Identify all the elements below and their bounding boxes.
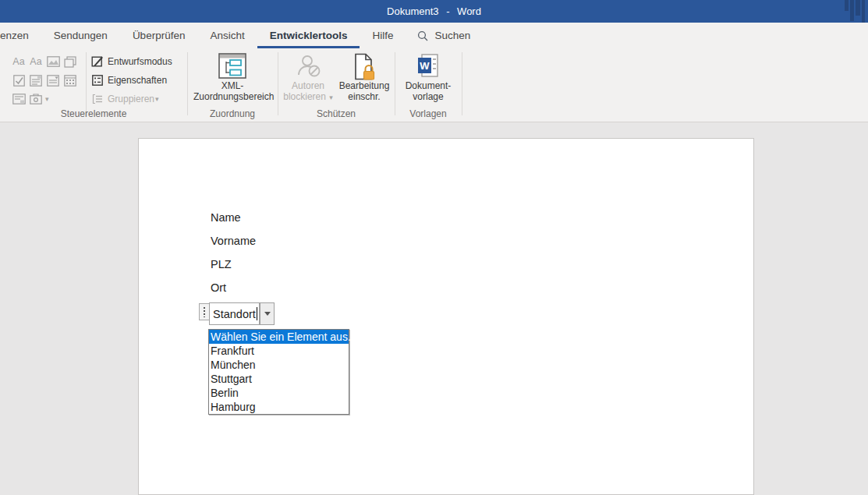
xml-mapping-pane-icon — [218, 53, 246, 79]
document-template-label-line1: Dokument- — [399, 80, 458, 91]
group-button[interactable]: Gruppieren ▾ — [90, 90, 172, 108]
xml-mapping-pane-button[interactable]: XML- Zuordnungsbereich — [193, 51, 271, 102]
ribbon: Aa Aa — [0, 48, 868, 122]
ribbon-tab-row: enzen Sendungen Überprüfen Ansicht Entwi… — [0, 23, 868, 48]
dropdown-list-control-icon[interactable] — [44, 72, 62, 88]
titlebar-artifact — [856, 0, 860, 16]
search-label: Suchen — [435, 30, 471, 41]
form-label-vorname: Vorname — [211, 235, 256, 247]
titlebar-artifact — [845, 0, 849, 11]
date-picker-control-icon[interactable] — [62, 72, 79, 88]
checkbox-control-icon[interactable] — [10, 72, 27, 88]
properties-icon — [90, 74, 105, 87]
legacy-tools-icon[interactable] — [10, 91, 27, 107]
xml-mapping-label-line1: XML- — [193, 80, 271, 91]
form-label-plz: PLZ — [211, 258, 232, 270]
group-icon — [90, 93, 105, 105]
search-box[interactable]: Suchen — [417, 23, 471, 48]
rich-text-control-icon[interactable]: Aa — [10, 54, 27, 69]
block-authors-label-line2: blockieren — [283, 91, 326, 102]
text-cursor — [257, 307, 257, 320]
chevron-down-icon[interactable]: ▾ — [45, 95, 49, 103]
restrict-editing-icon — [352, 53, 377, 81]
group-divider — [462, 52, 462, 115]
design-mode-icon — [90, 55, 105, 68]
titlebar-artifact — [862, 0, 865, 23]
dropdown-option[interactable]: Wählen Sie ein Element aus. — [209, 330, 349, 344]
window-title: Dokument3 - Word — [0, 0, 868, 23]
dropdown-value: Standort — [213, 308, 256, 320]
content-control-handle[interactable] — [199, 303, 210, 320]
tab-sendungen[interactable]: Sendungen — [41, 23, 120, 48]
dropdown-option[interactable]: Berlin — [209, 386, 349, 400]
group-label-schuetzen: Schützen — [278, 108, 395, 119]
legacy-forms-icon[interactable] — [27, 91, 44, 107]
chevron-down-icon — [264, 312, 271, 316]
picture-control-icon[interactable] — [44, 54, 62, 69]
svg-text:W: W — [420, 60, 430, 72]
tab-referenzen[interactable]: enzen — [0, 23, 41, 48]
block-authors-icon — [293, 53, 323, 80]
form-label-name: Name — [211, 211, 241, 224]
properties-label: Eigenschaften — [108, 75, 167, 86]
restrict-editing-button[interactable]: Bearbeitung einschr. — [337, 51, 391, 102]
title-bar: Dokument3 - Word — [0, 0, 868, 23]
titlebar-artifact — [850, 0, 854, 21]
group-schuetzen: Autoren blockieren ▾ Bearbeitung einschr — [278, 48, 395, 122]
building-block-gallery-icon[interactable] — [62, 54, 79, 69]
tab-entwicklertools[interactable]: Entwicklertools — [257, 23, 360, 48]
document-page[interactable]: Name Vorname PLZ Ort Standort Wählen Sie… — [138, 138, 754, 495]
chevron-down-icon: ▾ — [155, 95, 159, 103]
plain-text-control-icon[interactable]: Aa — [27, 54, 44, 69]
dropdown-option[interactable]: Hamburg — [209, 400, 349, 414]
word-window: Dokument3 - Word enzen Sendungen Überprü… — [0, 0, 868, 495]
group-steuerelemente: Aa Aa — [0, 48, 187, 122]
combo-box-control-icon[interactable] — [27, 72, 44, 88]
dropdown-option[interactable]: Frankfurt — [209, 344, 349, 358]
block-authors-label-line1: Autoren — [282, 80, 334, 91]
dropdown-option[interactable]: Stuttgart — [209, 372, 349, 386]
group-zuordnung: XML- Zuordnungsbereich Zuordnung — [187, 48, 278, 122]
group-label-vorlagen: Vorlagen — [395, 108, 462, 119]
dropdown-content-control[interactable]: Standort — [209, 302, 260, 325]
drag-dots-icon — [204, 307, 205, 317]
content-control-buttons: Aa Aa — [10, 52, 85, 108]
restrict-editing-label-line2: einschr. — [337, 91, 391, 102]
tab-hilfe[interactable]: Hilfe — [360, 23, 406, 48]
design-mode-label: Entwurfsmodus — [108, 56, 172, 67]
group-vorlagen: W Dokument- vorlage Vorlagen — [395, 48, 462, 122]
chevron-down-icon: ▾ — [329, 94, 333, 101]
xml-mapping-label-line2: Zuordnungsbereich — [193, 91, 271, 102]
tab-ueberpruefen[interactable]: Überprüfen — [120, 23, 198, 48]
form-label-ort: Ort — [211, 281, 226, 294]
group-label-steuerelemente: Steuerelemente — [0, 108, 187, 119]
divider — [86, 52, 87, 115]
restrict-editing-label-line1: Bearbeitung — [337, 80, 391, 91]
document-template-label-line2: vorlage — [399, 91, 458, 102]
search-icon — [417, 30, 428, 41]
design-mode-button[interactable]: Entwurfsmodus — [90, 52, 172, 71]
document-template-icon: W — [415, 53, 441, 80]
dropdown-option-list: Wählen Sie ein Element aus. Frankfurt Mü… — [208, 329, 349, 415]
dropdown-option[interactable]: München — [209, 358, 349, 372]
tab-ansicht[interactable]: Ansicht — [197, 23, 257, 48]
block-authors-button[interactable]: Autoren blockieren ▾ — [282, 51, 334, 103]
group-label-zuordnung: Zuordnung — [187, 108, 278, 119]
document-template-button[interactable]: W Dokument- vorlage — [399, 51, 458, 102]
group-label: Gruppieren — [108, 94, 154, 104]
dropdown-arrow-button[interactable] — [260, 302, 275, 325]
properties-button[interactable]: Eigenschaften — [90, 71, 172, 90]
